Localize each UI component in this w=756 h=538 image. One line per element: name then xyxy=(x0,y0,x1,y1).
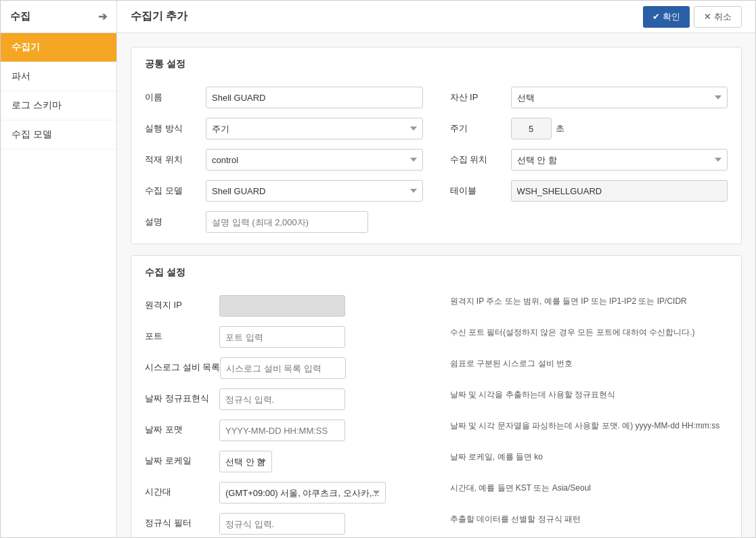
period-unit: 초 xyxy=(556,122,564,135)
timezone-desc-row: 시간대, 예를 들면 KST 또는 Asia/Seoul xyxy=(450,482,728,503)
common-settings-title: 공통 설정 xyxy=(145,58,728,76)
remote-ip-wrap xyxy=(219,295,423,317)
execution-select[interactable]: 주기 xyxy=(206,118,423,139)
syslog-desc-row: 쉼표로 구분된 시스로그 설비 번호 xyxy=(450,357,728,379)
collect-settings-title: 수집 설정 xyxy=(145,267,728,284)
regex-filter-input[interactable] xyxy=(219,513,345,535)
collect-model-label: 수집 모델 xyxy=(145,185,206,197)
header-buttons: ✔ 확인 ✕ 취소 xyxy=(643,6,742,28)
period-group: 초 xyxy=(511,118,728,139)
collect-settings-section: 수집 설정 원격지 IP 원격지 IP 주소 또는 범위, 예를 들면 IP 또… xyxy=(131,255,742,537)
port-row: 포트 xyxy=(145,326,423,348)
main-header: 수집기 추가 ✔ 확인 ✕ 취소 xyxy=(117,1,755,33)
port-input[interactable] xyxy=(219,326,345,348)
date-regex-input[interactable] xyxy=(219,388,345,410)
content-area: 공통 설정 이름 자산 IP 선택 xyxy=(117,33,755,537)
asset-ip-label: 자산 IP xyxy=(450,91,511,104)
collect-settings-grid: 원격지 IP 원격지 IP 주소 또는 범위, 예를 들면 IP 또는 IP1-… xyxy=(145,295,728,535)
period-row: 주기 초 xyxy=(450,118,728,139)
date-format-label: 날짜 포맷 xyxy=(145,420,219,436)
date-format-wrap xyxy=(219,420,423,441)
date-format-desc: 날짜 및 시각 문자열을 파싱하는데 사용할 포맷. 예) yyyy-MM-dd… xyxy=(450,420,720,432)
port-desc: 수신 포트 필터(설정하지 않은 경우 모든 포트에 대하여 수신합니다.) xyxy=(450,326,695,338)
sidebar-header: 수집 ➔ xyxy=(1,1,116,33)
collect-location-select[interactable]: 선택 안 함 xyxy=(511,149,728,171)
name-label: 이름 xyxy=(145,91,206,104)
cancel-button[interactable]: ✕ 취소 xyxy=(694,6,742,28)
date-format-desc-row: 날짜 및 시각 문자열을 파싱하는데 사용할 포맷. 예) yyyy-MM-dd… xyxy=(450,420,728,441)
syslog-row: 시스로그 설비 목록 xyxy=(145,357,423,379)
timezone-label: 시간대 xyxy=(145,482,219,498)
syslog-wrap xyxy=(220,357,422,379)
sidebar-item-collect-model[interactable]: 수집 모델 xyxy=(1,120,116,150)
execution-label: 실행 방식 xyxy=(145,122,206,135)
confirm-icon: ✔ xyxy=(652,12,660,22)
remote-ip-row: 원격지 IP xyxy=(145,295,423,317)
syslog-input[interactable] xyxy=(220,357,346,379)
date-regex-desc-row: 날짜 및 시각을 추출하는데 사용할 정규표현식 xyxy=(450,388,728,410)
timezone-row: 시간대 (GMT+09:00) 서울, 야쿠츠크, 오사카,... xyxy=(145,482,423,503)
load-location-select[interactable]: control xyxy=(206,149,423,171)
remote-ip-input[interactable] xyxy=(219,295,345,317)
remote-ip-desc-row: 원격지 IP 주소 또는 범위, 예를 들면 IP 또는 IP1-IP2 또는 … xyxy=(450,295,728,317)
description-label: 설명 xyxy=(145,216,206,228)
name-input[interactable] xyxy=(206,87,423,108)
regex-filter-desc: 추출할 데이터를 선별할 정규식 패턴 xyxy=(450,513,581,525)
date-regex-desc: 날짜 및 시각을 추출하는데 사용할 정규표현식 xyxy=(450,388,616,401)
main-content: 수집기 추가 ✔ 확인 ✕ 취소 공통 설정 이름 xyxy=(117,1,755,537)
asset-ip-select[interactable]: 선택 xyxy=(511,87,728,108)
date-locale-label: 날짜 로케일 xyxy=(145,451,219,467)
description-row: 설명 xyxy=(145,211,728,233)
cancel-label: 취소 xyxy=(714,11,732,23)
table-input[interactable] xyxy=(511,180,728,202)
remote-ip-desc: 원격지 IP 주소 또는 범위, 예를 들면 IP 또는 IP1-IP2 또는 … xyxy=(450,295,687,307)
date-locale-desc: 날짜 로케일, 예를 들면 ko xyxy=(450,451,543,463)
remote-ip-label: 원격지 IP xyxy=(145,295,219,311)
date-locale-wrap: 선택 안 함 xyxy=(219,451,423,472)
date-regex-row: 날짜 정규표현식 xyxy=(145,388,423,410)
port-desc-row: 수신 포트 필터(설정하지 않은 경우 모든 포트에 대하여 수신합니다.) xyxy=(450,326,728,348)
confirm-button[interactable]: ✔ 확인 xyxy=(643,6,690,28)
syslog-label: 시스로그 설비 목록 xyxy=(145,357,220,374)
date-locale-select[interactable]: 선택 안 함 xyxy=(219,451,272,472)
sidebar-title: 수집 xyxy=(10,10,30,23)
collect-location-label: 수집 위치 xyxy=(450,154,511,166)
table-row: 테이블 xyxy=(450,180,728,202)
table-label: 테이블 xyxy=(450,185,511,197)
confirm-label: 확인 xyxy=(663,11,680,23)
collect-location-row: 수집 위치 선택 안 함 xyxy=(450,149,728,171)
timezone-select[interactable]: (GMT+09:00) 서울, 야쿠츠크, 오사카,... xyxy=(219,482,386,503)
date-regex-wrap xyxy=(219,388,423,410)
date-format-row: 날짜 포맷 xyxy=(145,420,423,441)
period-input[interactable] xyxy=(511,118,552,139)
regex-filter-row: 정규식 필터 xyxy=(145,513,423,535)
date-locale-desc-row: 날짜 로케일, 예를 들면 ko xyxy=(450,451,728,472)
asset-ip-row: 자산 IP 선택 xyxy=(450,87,728,108)
port-wrap xyxy=(219,326,423,348)
regex-filter-label: 정규식 필터 xyxy=(145,513,219,529)
collect-model-row: 수집 모델 Shell GUARD xyxy=(145,180,423,202)
sidebar-item-log-schema[interactable]: 로그 스키마 xyxy=(1,91,116,120)
page-title: 수집기 추가 xyxy=(131,9,187,24)
date-regex-label: 날짜 정규표현식 xyxy=(145,388,219,405)
regex-filter-desc-row: 추출할 데이터를 선별할 정규식 패턴 xyxy=(450,513,728,535)
syslog-desc: 쉼표로 구분된 시스로그 설비 번호 xyxy=(450,357,573,369)
share-icon[interactable]: ➔ xyxy=(98,10,107,23)
sidebar-nav: 수집기 파서 로그 스키마 수집 모델 xyxy=(1,33,116,150)
port-label: 포트 xyxy=(145,326,219,342)
name-row: 이름 xyxy=(145,87,423,108)
timezone-desc: 시간대, 예를 들면 KST 또는 Asia/Seoul xyxy=(450,482,592,494)
common-settings-grid: 이름 자산 IP 선택 실행 방식 주기 xyxy=(145,87,728,233)
load-location-label: 적재 위치 xyxy=(145,154,206,166)
date-locale-row: 날짜 로케일 선택 안 함 xyxy=(145,451,423,472)
timezone-wrap: (GMT+09:00) 서울, 야쿠츠크, 오사카,... xyxy=(219,482,423,503)
cancel-icon: ✕ xyxy=(704,12,711,22)
date-format-input[interactable] xyxy=(219,420,345,441)
execution-row: 실행 방식 주기 xyxy=(145,118,423,139)
common-settings-section: 공통 설정 이름 자산 IP 선택 xyxy=(131,47,742,244)
sidebar-item-collector[interactable]: 수집기 xyxy=(1,33,116,62)
collect-model-select[interactable]: Shell GUARD xyxy=(206,180,423,202)
description-input[interactable] xyxy=(206,211,368,233)
period-label: 주기 xyxy=(450,122,511,135)
sidebar-item-parser[interactable]: 파서 xyxy=(1,62,116,91)
